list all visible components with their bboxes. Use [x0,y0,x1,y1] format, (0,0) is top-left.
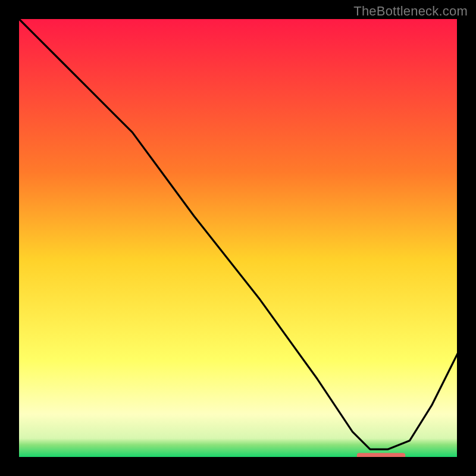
chart-container: TheBottleneck.com [0,0,476,476]
bottleneck-chart [0,0,476,476]
watermark-text: TheBottleneck.com [353,4,468,19]
